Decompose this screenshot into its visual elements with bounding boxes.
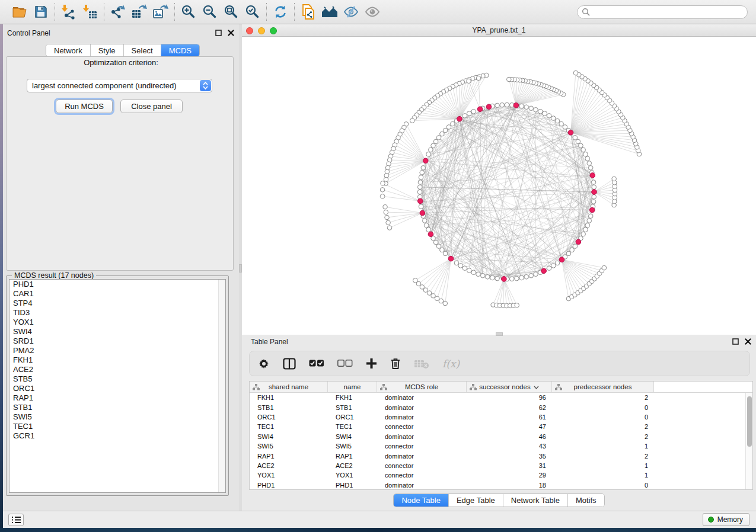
mcds-result-item[interactable]: CAR1 bbox=[9, 289, 225, 299]
graph-node[interactable] bbox=[436, 136, 441, 140]
graph-node[interactable] bbox=[591, 200, 596, 204]
graph-node[interactable] bbox=[547, 266, 551, 271]
graph-node[interactable] bbox=[581, 232, 586, 236]
window-minimize-icon[interactable] bbox=[258, 27, 265, 34]
memory-button[interactable]: Memory bbox=[703, 513, 749, 526]
graph-node[interactable] bbox=[588, 166, 593, 171]
open-file-icon[interactable] bbox=[11, 3, 28, 21]
network-canvas[interactable] bbox=[242, 37, 756, 335]
graph-node[interactable] bbox=[495, 103, 500, 108]
table-row[interactable]: STB1STB1dominator620 bbox=[250, 402, 752, 412]
graph-node[interactable] bbox=[431, 294, 436, 299]
graph-hub-node[interactable] bbox=[477, 107, 483, 112]
graph-node[interactable] bbox=[485, 275, 490, 280]
show-all-icon[interactable] bbox=[363, 3, 381, 21]
graph-node[interactable] bbox=[410, 118, 414, 123]
graph-node[interactable] bbox=[612, 177, 617, 181]
select-all-icon[interactable] bbox=[309, 360, 324, 367]
graph-node[interactable] bbox=[431, 143, 436, 148]
graph-node[interactable] bbox=[421, 166, 426, 171]
graph-node[interactable] bbox=[462, 114, 467, 118]
table-row[interactable]: FKH1FKH1dominator962 bbox=[250, 393, 752, 402]
graph-node[interactable] bbox=[555, 118, 560, 123]
graph-node[interactable] bbox=[573, 70, 578, 75]
export-table-icon[interactable] bbox=[130, 3, 148, 21]
graph-node[interactable] bbox=[384, 210, 388, 214]
graph-hub-node[interactable] bbox=[513, 103, 519, 108]
graph-hub-node[interactable] bbox=[420, 210, 425, 216]
graph-node[interactable] bbox=[386, 220, 391, 225]
graph-node[interactable] bbox=[519, 275, 524, 280]
first-neighbors-icon[interactable] bbox=[321, 3, 339, 21]
task-history-button[interactable] bbox=[8, 514, 24, 526]
mcds-result-item[interactable]: ORC1 bbox=[9, 384, 225, 393]
graph-node[interactable] bbox=[451, 121, 455, 126]
graph-node[interactable] bbox=[576, 139, 580, 144]
mcds-list-scrollbar[interactable] bbox=[218, 280, 225, 492]
graph-node[interactable] bbox=[587, 219, 592, 223]
close-panel-button[interactable]: Close panel bbox=[120, 100, 183, 113]
graph-node[interactable] bbox=[440, 248, 445, 252]
mcds-result-item[interactable]: GCR1 bbox=[9, 431, 225, 441]
graph-hub-node[interactable] bbox=[448, 256, 454, 261]
mcds-result-item[interactable]: SWI5 bbox=[9, 412, 225, 422]
graph-node[interactable] bbox=[429, 148, 433, 152]
graph-node[interactable] bbox=[566, 251, 571, 256]
mcds-result-item[interactable]: PHD1 bbox=[9, 280, 225, 289]
graph-node[interactable] bbox=[495, 276, 500, 281]
tab-node-table[interactable]: Node Table bbox=[394, 494, 449, 507]
graph-node[interactable] bbox=[588, 214, 593, 219]
mcds-result-list[interactable]: PHD1CAR1STP4TID3YOX1SWI4SRD1PMA2FKH1ACE2… bbox=[9, 279, 226, 493]
graph-hub-node[interactable] bbox=[428, 232, 433, 237]
graph-node[interactable] bbox=[446, 125, 451, 130]
graph-node[interactable] bbox=[524, 275, 529, 280]
graph-node[interactable] bbox=[524, 105, 529, 110]
graph-node[interactable] bbox=[573, 244, 578, 249]
graph-node[interactable] bbox=[443, 128, 448, 133]
graph-node[interactable] bbox=[467, 79, 471, 84]
graph-hub-node[interactable] bbox=[568, 130, 573, 135]
tab-network[interactable]: Network bbox=[46, 44, 91, 56]
graph-node[interactable] bbox=[383, 204, 388, 209]
graph-node[interactable] bbox=[419, 204, 423, 209]
column-header-successor-nodes[interactable]: successor nodes bbox=[467, 382, 552, 392]
table-scrollbar-thumb[interactable] bbox=[747, 396, 752, 447]
network-window-titlebar[interactable]: YPA_prune.txt_1 bbox=[242, 24, 756, 37]
network-graph[interactable] bbox=[242, 37, 756, 335]
graph-node[interactable] bbox=[591, 180, 596, 185]
graph-node[interactable] bbox=[385, 215, 390, 220]
graph-hub-node[interactable] bbox=[423, 158, 428, 164]
tab-edge-table[interactable]: Edge Table bbox=[449, 494, 503, 507]
graph-node[interactable] bbox=[419, 175, 423, 180]
window-maximize-icon[interactable] bbox=[270, 27, 277, 34]
graph-hub-node[interactable] bbox=[576, 239, 581, 245]
import-network-icon[interactable] bbox=[60, 3, 78, 21]
graph-node[interactable] bbox=[500, 102, 505, 107]
graph-node[interactable] bbox=[602, 265, 607, 270]
graph-node[interactable] bbox=[583, 152, 588, 156]
mcds-result-item[interactable]: TEC1 bbox=[9, 422, 225, 431]
graph-node[interactable] bbox=[559, 121, 564, 126]
graph-node[interactable] bbox=[476, 272, 481, 277]
graph-node[interactable] bbox=[585, 156, 590, 161]
graph-node[interactable] bbox=[435, 296, 439, 301]
graph-node[interactable] bbox=[471, 270, 476, 275]
graph-node[interactable] bbox=[529, 106, 534, 111]
graph-node[interactable] bbox=[381, 181, 385, 186]
show-column-panel-icon[interactable] bbox=[283, 358, 296, 370]
graph-node[interactable] bbox=[471, 109, 476, 114]
graph-hub-node[interactable] bbox=[418, 198, 423, 204]
mcds-result-item[interactable]: STP4 bbox=[9, 299, 225, 308]
graph-node[interactable] bbox=[551, 116, 556, 121]
graph-node[interactable] bbox=[458, 264, 463, 268]
graph-node[interactable] bbox=[439, 299, 444, 303]
graph-node[interactable] bbox=[454, 261, 459, 265]
graph-hub-node[interactable] bbox=[589, 207, 595, 213]
run-mcds-button[interactable]: Run MCDS bbox=[56, 100, 113, 113]
table-settings-gear-icon[interactable] bbox=[258, 358, 270, 370]
table-row[interactable]: SWI5SWI5connector431 bbox=[250, 441, 752, 451]
import-table-icon[interactable] bbox=[81, 3, 99, 21]
zoom-fit-icon[interactable] bbox=[222, 3, 240, 21]
zoom-selected-icon[interactable] bbox=[244, 3, 261, 21]
close-panel-icon[interactable] bbox=[745, 338, 751, 345]
